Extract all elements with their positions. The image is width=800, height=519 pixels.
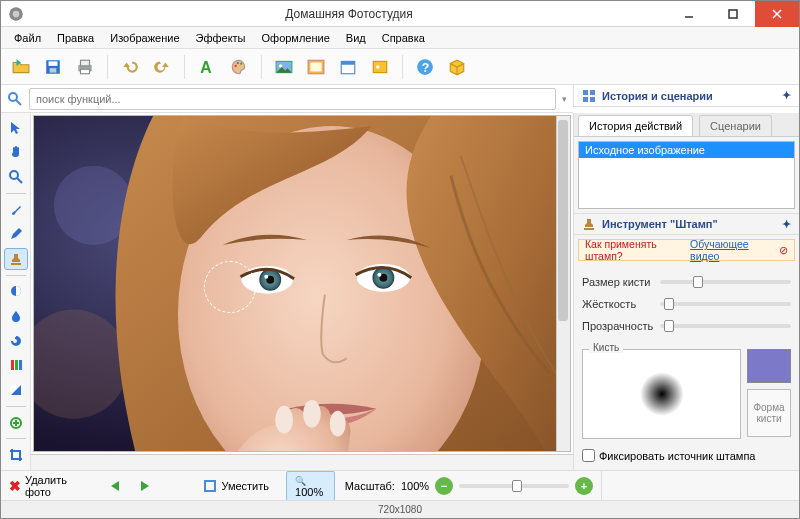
tool-sep (6, 275, 26, 276)
stamp-tool[interactable] (4, 248, 28, 270)
svg-point-1 (13, 10, 20, 17)
bottom-right-spacer (601, 470, 799, 500)
image-button[interactable] (270, 53, 298, 81)
search-dropdown-icon[interactable]: ▾ (562, 94, 567, 104)
delete-icon: ✖ (9, 478, 21, 494)
window-title: Домашняя Фотостудия (31, 7, 667, 21)
brush-cursor-ring (204, 261, 256, 313)
open-button[interactable] (7, 53, 35, 81)
toolbar-sep (402, 55, 403, 79)
sliders: Размер кисти Жёсткость Прозрачность (574, 265, 799, 343)
swirl-tool[interactable] (4, 330, 28, 352)
toolbar-sep (261, 55, 262, 79)
zoom-100-button[interactable]: 🔍 100% (286, 471, 335, 501)
vertical-scrollbar[interactable] (556, 116, 570, 451)
search-input[interactable] (29, 88, 556, 110)
slider-size[interactable] (660, 280, 791, 284)
maximize-button[interactable] (711, 1, 755, 27)
brush-tool[interactable] (4, 199, 28, 221)
box-button[interactable] (443, 53, 471, 81)
tool-sep (6, 193, 26, 194)
slider-row-size: Размер кисти (582, 271, 791, 293)
undo-button[interactable] (116, 53, 144, 81)
pencil-tool[interactable] (4, 223, 28, 245)
color-swatch[interactable] (747, 349, 791, 383)
svg-rect-38 (15, 360, 18, 370)
tab-history[interactable]: История действий (578, 115, 693, 136)
canvas[interactable] (33, 115, 571, 452)
svg-text:A: A (200, 58, 211, 75)
rgb-tool[interactable] (4, 355, 28, 377)
brush-label: Кисть (589, 342, 623, 353)
contrast-tool[interactable] (4, 281, 28, 303)
menu-image[interactable]: Изображение (103, 30, 186, 46)
photo-image (34, 116, 570, 452)
zoom-in-button[interactable]: + (575, 477, 593, 495)
minimize-button[interactable] (667, 1, 711, 27)
next-button[interactable] (136, 475, 156, 497)
right-panel: История действий Сценарии Исходное изобр… (573, 113, 799, 470)
menu-file[interactable]: Файл (7, 30, 48, 46)
menu-help[interactable]: Справка (375, 30, 432, 46)
svg-point-14 (237, 61, 239, 63)
scale-label: Масштаб: (345, 480, 395, 492)
brush-preview[interactable]: Кисть (582, 349, 741, 439)
svg-rect-32 (590, 97, 595, 102)
menu-design[interactable]: Оформление (255, 30, 337, 46)
search-row: ▾ (1, 85, 573, 113)
slider-opacity[interactable] (660, 324, 791, 328)
print-button[interactable] (71, 53, 99, 81)
history-item[interactable]: Исходное изображение (579, 142, 794, 158)
history-title: История и сценарии (602, 90, 713, 102)
hand-tool[interactable] (4, 142, 28, 164)
titlebar: Домашняя Фотостудия (1, 1, 799, 27)
card-button[interactable] (366, 53, 394, 81)
collapse-icon[interactable]: ✦ (782, 218, 791, 231)
heal-tool[interactable] (4, 412, 28, 434)
svg-rect-31 (583, 97, 588, 102)
svg-rect-7 (49, 61, 58, 66)
help-button[interactable]: ? (411, 53, 439, 81)
hint-close-icon[interactable]: ⊘ (779, 244, 788, 256)
tool-strip (1, 113, 31, 470)
toolbar: A ? (1, 49, 799, 85)
menubar: Файл Правка Изображение Эффекты Оформлен… (1, 27, 799, 49)
fix-source-row: Фиксировать источник штампа (574, 445, 799, 470)
menu-edit[interactable]: Правка (50, 30, 101, 46)
history-list[interactable]: Исходное изображение (578, 141, 795, 209)
tab-scenarios[interactable]: Сценарии (699, 115, 772, 136)
zoom-slider[interactable] (459, 484, 569, 488)
zoom-out-button[interactable]: − (435, 477, 453, 495)
delete-photo-button[interactable]: ✖ Удалить фото (9, 474, 72, 498)
close-button[interactable] (755, 1, 799, 27)
zoom-tool[interactable] (4, 166, 28, 188)
brush-shape-button[interactable]: Форма кисти (747, 389, 791, 437)
fit-button[interactable]: Уместить (196, 475, 276, 497)
calendar-button[interactable] (334, 53, 362, 81)
invert-tool[interactable] (4, 379, 28, 401)
prev-button[interactable] (106, 475, 126, 497)
redo-button[interactable] (148, 53, 176, 81)
frame-button[interactable] (302, 53, 330, 81)
fix-source-checkbox[interactable] (582, 449, 595, 462)
svg-rect-3 (729, 10, 737, 18)
hint-link[interactable]: Обучающее видео (690, 238, 775, 262)
slider-hardness[interactable] (660, 302, 791, 306)
text-button[interactable]: A (193, 53, 221, 81)
slider-label: Жёсткость (582, 298, 652, 310)
svg-rect-29 (583, 90, 588, 95)
palette-button[interactable] (225, 53, 253, 81)
horizontal-scrollbar[interactable] (31, 454, 573, 470)
instrument-header: Инструмент "Штамп" ✦ (574, 213, 799, 235)
crop-tool[interactable] (4, 444, 28, 466)
svg-rect-23 (373, 61, 387, 72)
svg-point-55 (377, 273, 381, 277)
menu-view[interactable]: Вид (339, 30, 373, 46)
save-button[interactable] (39, 53, 67, 81)
pointer-tool[interactable] (4, 117, 28, 139)
tool-sep (6, 438, 26, 439)
menu-effects[interactable]: Эффекты (189, 30, 253, 46)
expand-icon[interactable]: ✦ (782, 89, 791, 102)
stamp-icon (582, 217, 596, 231)
blur-tool[interactable] (4, 305, 28, 327)
